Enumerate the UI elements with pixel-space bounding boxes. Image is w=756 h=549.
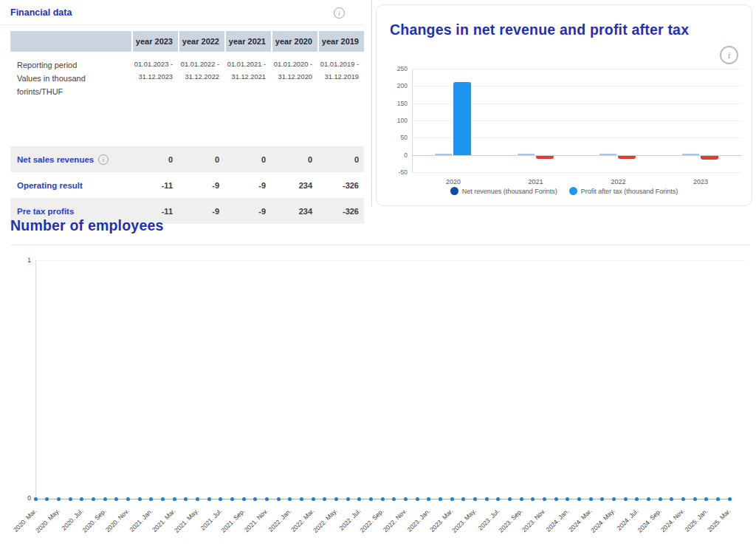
data-point-dot: [312, 497, 315, 501]
row-label: Net sales revenues: [17, 155, 94, 164]
data-point-dot: [461, 497, 465, 501]
employees-chart-title: Number of employees: [10, 217, 164, 234]
data-point-dot: [114, 497, 118, 501]
data-point-dot: [253, 497, 257, 501]
table-cell: 0: [271, 155, 317, 164]
header-divider: [0, 24, 364, 25]
y-tick-label: 100: [379, 117, 408, 124]
data-point-dot: [404, 497, 408, 501]
financial-table: year 2023 year 2022 year 2021 year 2020 …: [10, 31, 364, 224]
data-point-dot: [392, 497, 396, 501]
section-divider: [371, 0, 372, 206]
info-icon[interactable]: i: [98, 154, 109, 165]
x-tick-label: 2021: [514, 178, 558, 185]
year-column-header: year 2020: [271, 31, 317, 52]
data-point-dot: [520, 497, 523, 501]
data-point-dot: [80, 497, 83, 501]
table-row-net-sales-revenues: Net sales revenues i 0 0 0 0 0: [10, 146, 364, 172]
row-label: Operating result: [17, 181, 83, 190]
reporting-period-row: Reporting period Values in thousand fori…: [10, 52, 364, 106]
data-point-dot: [439, 497, 442, 501]
data-point-dot: [647, 497, 650, 501]
bar-profit-after-tax-2021: [536, 156, 554, 159]
data-point-dot: [207, 497, 211, 501]
table-cell: -9: [178, 207, 224, 216]
data-point-dot: [277, 497, 281, 501]
data-point-dot: [173, 497, 176, 501]
page: Financial data i year 2023 year 2022 yea…: [0, 0, 756, 549]
x-tick-label: 2020: [431, 178, 475, 185]
x-tick-label: 2023: [678, 178, 723, 185]
data-point-dot: [693, 497, 697, 501]
y-tick-label: 0: [379, 151, 408, 159]
table-cell: -326: [317, 207, 364, 216]
table-cell: 0: [224, 155, 271, 164]
data-point-dot: [635, 497, 639, 501]
data-point-dot: [242, 497, 246, 501]
bar-profit-after-tax-2023: [701, 156, 718, 160]
table-header-row: year 2023 year 2022 year 2021 year 2020 …: [10, 31, 364, 52]
data-point-dot: [554, 497, 558, 501]
data-point-dot: [69, 497, 72, 501]
table-cell: -11: [131, 181, 178, 190]
y-tick-label: 150: [379, 100, 408, 107]
x-tick-label: 2022: [596, 178, 640, 185]
employees-chart: 2020. Mar.2020. May.2020. Jul.2020. Sep.…: [35, 261, 729, 499]
employees-section-divider: [10, 245, 750, 245]
data-point-dot: [230, 497, 234, 501]
revenue-profit-chart-card: Changes in net revenue and profit after …: [376, 4, 752, 206]
bar-net-revenues-2022: [599, 154, 616, 155]
grid-line: [412, 69, 742, 69]
data-point-dot: [34, 497, 38, 501]
data-point-dot: [161, 497, 165, 501]
data-point-dot: [334, 497, 338, 501]
row-label: Pre tax profits: [17, 207, 74, 216]
reporting-period-value: 01.01.2020 - 31.12.2020: [271, 58, 317, 98]
legend-label: Profit after tax (thousand Forints): [581, 188, 678, 195]
data-point-dot: [670, 497, 673, 501]
data-point-dot: [416, 497, 419, 501]
y-tick-label: 200: [379, 82, 408, 89]
data-point-dot: [704, 497, 708, 501]
data-point-dot: [716, 497, 720, 501]
info-icon[interactable]: i: [720, 46, 738, 64]
data-point-dot: [659, 497, 662, 501]
y-tick-label: 250: [379, 65, 408, 72]
table-cell: 0: [131, 155, 178, 164]
table-cell: -11: [131, 207, 178, 216]
data-point-dot: [357, 497, 361, 501]
data-point-dot: [508, 497, 512, 501]
data-point-dot: [138, 497, 142, 501]
data-point-dot: [728, 497, 732, 501]
data-point-dot: [427, 497, 430, 501]
data-point-dot: [103, 497, 107, 501]
table-cell: 0: [178, 155, 224, 164]
info-icon[interactable]: i: [334, 7, 345, 18]
legend-dot-icon: [450, 187, 458, 195]
data-point-dot: [566, 497, 569, 501]
table-row-operating-result: Operating result -11 -9 -9 234 -326: [10, 172, 364, 198]
data-point-dot: [323, 497, 326, 501]
data-point-dot: [300, 497, 303, 501]
year-column-header: year 2019: [317, 31, 364, 52]
data-point-dot: [496, 497, 500, 501]
year-column-header: year 2021: [224, 31, 271, 52]
data-point-dot: [589, 497, 593, 501]
data-point-dot: [369, 497, 373, 501]
data-point-dot: [126, 497, 130, 501]
legend-item-profit-after-tax: Profit after tax (thousand Forints): [569, 187, 678, 195]
data-point-dot: [473, 497, 477, 501]
bar-profit-after-tax-2022: [618, 156, 636, 159]
data-point-dot: [149, 497, 153, 501]
data-point-dot: [196, 497, 199, 501]
data-point-dot: [600, 497, 604, 501]
data-point-dot: [45, 497, 49, 501]
grid-line: [412, 155, 742, 156]
table-cell: -9: [224, 181, 271, 190]
table-cell: -9: [224, 207, 271, 216]
data-point-dot: [681, 497, 685, 501]
table-cell: 234: [271, 181, 317, 190]
data-point-dot: [184, 497, 188, 501]
bar-net-revenues-2020: [435, 154, 452, 155]
bar-net-revenues-2023: [682, 154, 699, 155]
